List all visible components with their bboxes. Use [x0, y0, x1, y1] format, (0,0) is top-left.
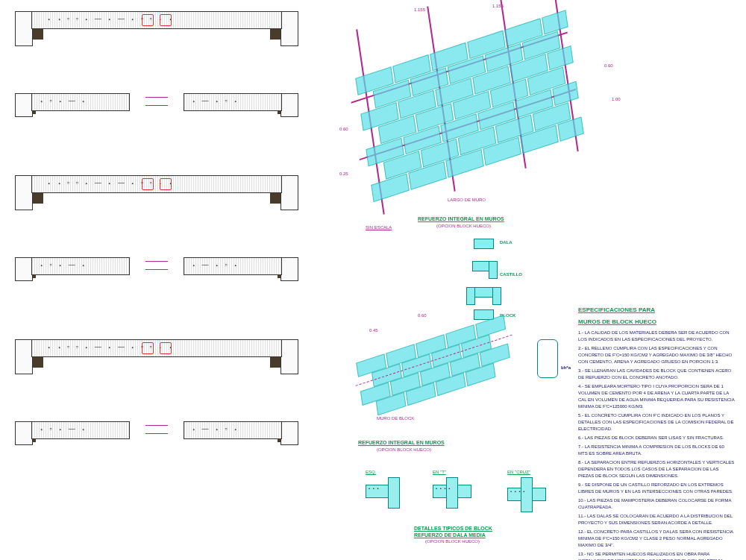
beam-seg: ⬩ ▫ ⬩ — ⬩	[31, 93, 130, 111]
beam-right	[280, 11, 298, 46]
beam: ⬩ ⬩ ▫ ▫ ⬩ — ⬩ — ⬩ ▫ ▫ ⬩ ⬩	[31, 175, 282, 193]
dim: 1.155	[414, 7, 425, 12]
block-label: bh*a	[561, 365, 571, 370]
beam	[280, 257, 298, 281]
beam-top: ⬩ ⬩ ▫ ▫ ⬩ — ⬩ — ⬩ ▫ ▫ ⬩ ⬩	[31, 11, 282, 29]
cl: EN "CRUZ"	[507, 470, 530, 474]
spec-item: 3.- SE LLENARAN LAS CAVIDADES DE BLOCK Q…	[578, 368, 735, 381]
dim: 0.60	[604, 63, 613, 68]
detalles-title: DETALLES TIPICOS DE BLOCK	[414, 526, 492, 531]
conn-cruz: • • • • EN "CRUZ"	[507, 477, 552, 511]
brick-rows-sm	[346, 295, 518, 351]
beam	[15, 257, 33, 281]
opcion-3: (OPCION BLOCK HUECO)	[425, 539, 480, 544]
spec-item: 4.- SE EMPLEARA MORTERO TIPO I CUYA PROP…	[578, 383, 735, 410]
beam-left	[15, 11, 33, 46]
conn-esq: • • • ESQ.	[366, 477, 410, 511]
spec-item: 5.- EL CONCRETO CUMPLIRA CON F'C INDICAD…	[578, 412, 735, 432]
section-row-1: ⬩ ⬩ ▫ ▫ ⬩ — ⬩ — ⬩ ▫ ▫ ⬩ ⬩	[15, 11, 298, 93]
beam: ⬩ ⬩ ▫ ▫ ⬩ — ⬩ — ⬩ ▫ ▫ ⬩ ⬩	[31, 339, 282, 357]
beam	[15, 175, 33, 210]
dim: 1.00	[612, 97, 621, 101]
section-row-3: ⬩ ⬩ ▫ ▫ ⬩ — ⬩ — ⬩ ▫ ▫ ⬩ ⬩	[15, 175, 298, 257]
spec-item: 8.- LA SEPARACION ENTRE REFUERZOS HORIZO…	[578, 459, 735, 479]
section-row-4: ⬩ ▫ ⬩ — ⬩ ⬩ — ⬩ ▫ ⬩	[15, 257, 298, 339]
spec-item: 2.- EL RELLENO CUMPLIRA CON LAS ESPECIFI…	[578, 345, 735, 365]
spec-item: 12.- EL CONCRETO PARA CASTILLOS Y DALAS …	[578, 529, 735, 549]
beam-seg: ⬩ ▫ ⬩ — ⬩	[31, 257, 130, 275]
spec-item: 13.- NO SE PERMITEN HUECOS REALIZADOS EN…	[578, 551, 735, 560]
spec-title: ESPECIFICACIONES PARA	[578, 306, 735, 315]
beam-seg: ⬩ ▫ ⬩ — ⬩	[31, 421, 130, 439]
beam	[280, 93, 298, 117]
dim: 1.155	[492, 4, 504, 8]
iso-wall-small	[346, 295, 533, 458]
refuerzo-sub-2: (OPCION BLOCK HUECO)	[377, 447, 431, 452]
m-label: CASTILLO	[500, 272, 522, 277]
left-sections-column: ⬩ ⬩ ▫ ▫ ⬩ — ⬩ — ⬩ ▫ ▫ ⬩ ⬩ ⬩ ▫ ⬩ — ⬩ ⬩ — …	[15, 11, 298, 503]
dim: 0.25	[339, 172, 348, 176]
beam-seg: ⬩ — ⬩ ▫ ⬩	[184, 257, 282, 275]
beam	[15, 421, 33, 445]
dim: 0.60	[339, 127, 348, 131]
cl: EN "T"	[433, 470, 446, 474]
block-outline	[537, 339, 558, 378]
spec-items: 1.- LA CALIDAD DE LOS MATERIALES DEBERA …	[578, 330, 735, 560]
note-sm: MURO DE BLOCK	[377, 416, 414, 421]
gap-joint	[145, 97, 168, 106]
section-row-6: ⬩ ▫ ⬩ — ⬩ ⬩ — ⬩ ▫ ⬩	[15, 421, 298, 503]
beam	[15, 93, 33, 117]
spec-item: 9.- SE DISPONE DE UN CASTILLO REFORZADO …	[578, 482, 735, 495]
beam	[15, 339, 33, 374]
cl: ESQ.	[366, 470, 376, 474]
spec-item: 11.- LAS DALAS SE COLOCARAN DE ACUERDO A…	[578, 513, 735, 526]
refuerzo-title-1: REFUERZO INTEGRAL EN MUROS	[418, 216, 504, 221]
conn-t: • • • • EN "T"	[433, 477, 477, 511]
refuerzo-title-2: REFUERZO INTEGRAL EN MUROS	[358, 440, 445, 445]
gap-joint	[145, 261, 168, 270]
spec-item: 6.- LAS PIEZAS DE BLOCK DEBERAN SER LISA…	[578, 435, 735, 441]
brick-rows	[330, 0, 583, 64]
section-row-2: ⬩ ▫ ⬩ — ⬩ ⬩ — ⬩ ▫ ⬩	[15, 93, 298, 175]
spec-item: 7.- LA RESISTENCIA MINIMA A COMPRESION D…	[578, 444, 735, 457]
gap-joint	[145, 425, 168, 434]
spec-block: ESPECIFICACIONES PARA MUROS DE BLOCK HUE…	[578, 306, 735, 560]
section-row-5: ⬩ ⬩ ▫ ▫ ⬩ — ⬩ — ⬩ ▫ ▫ ⬩ ⬩	[15, 339, 298, 421]
beam	[280, 175, 298, 210]
spec-subtitle: MUROS DE BLOCK HUECO	[578, 318, 735, 327]
beam	[280, 339, 298, 374]
iso-wall-large	[330, 0, 610, 245]
spec-item: 10.- LAS PIEZAS DE MAMPOSTERIA DEBERAN C…	[578, 497, 735, 511]
beam-seg: ⬩ — ⬩ ▫ ⬩	[184, 421, 282, 439]
beam-seg: ⬩ — ⬩ ▫ ⬩	[184, 93, 282, 111]
m-label: DALA	[500, 240, 513, 245]
detalles-sub: REFUERZO DE DALA MEDIA	[414, 532, 486, 538]
dim: 0.45	[369, 328, 378, 333]
dim: 0.60	[418, 313, 427, 318]
refuerzo-sub-1: (OPCION BLOCK HUECO)	[436, 224, 491, 228]
scale-1: SIN ESCALA	[366, 225, 392, 230]
beam	[280, 421, 298, 445]
spec-item: 1.- LA CALIDAD DE LOS MATERIALES DEBERA …	[578, 330, 735, 343]
dim: LARGO DE MURO	[448, 198, 486, 202]
